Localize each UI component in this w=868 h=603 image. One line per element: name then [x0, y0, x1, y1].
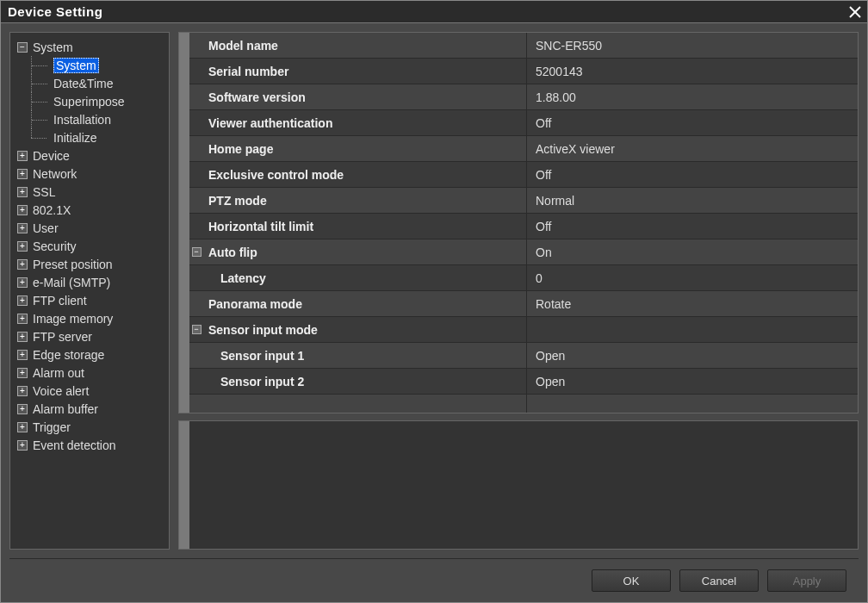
tree-label: System [33, 40, 73, 54]
tree-node-device[interactable]: +Device [10, 146, 169, 165]
tree-child-installation[interactable]: Installation [10, 110, 169, 128]
tree-node-e-mail-smtp-[interactable]: +e-Mail (SMTP) [10, 273, 169, 291]
expand-icon[interactable]: + [17, 332, 28, 342]
property-label: Latency [203, 265, 527, 290]
expand-icon[interactable]: + [17, 223, 28, 233]
scrollbar[interactable] [179, 33, 189, 413]
tree-label: Superimpose [53, 95, 125, 109]
property-label: Panorama mode [203, 291, 527, 316]
property-label: Exclusive control mode [203, 162, 527, 187]
property-label: Auto flip [203, 239, 527, 264]
property-value: 1.88.00 [527, 90, 858, 104]
property-row[interactable]: Viewer authenticationOff [189, 110, 858, 136]
tree-label: Event detection [33, 438, 116, 452]
property-row[interactable]: Home pageActiveX viewer [189, 136, 858, 162]
property-value: Off [527, 116, 858, 130]
property-row[interactable]: Sensor input 2Open [189, 369, 858, 395]
property-row[interactable]: −Sensor input mode [189, 317, 858, 343]
tree-node-preset-position[interactable]: +Preset position [10, 255, 169, 273]
tree-connector-icon [31, 74, 50, 92]
collapse-icon: − [192, 247, 202, 257]
tree-label: Edge storage [33, 348, 104, 362]
tree-node-trigger[interactable]: +Trigger [10, 418, 169, 436]
expand-icon[interactable]: + [17, 386, 28, 396]
property-label: Home page [203, 136, 527, 161]
tree-label: System [53, 58, 99, 73]
property-row[interactable]: Exclusive control modeOff [189, 162, 858, 188]
collapse-icon[interactable]: − [17, 42, 28, 53]
tree-child-date-time[interactable]: Date&Time [10, 74, 169, 92]
property-row[interactable]: Panorama modeRotate [189, 291, 858, 317]
tree-child-superimpose[interactable]: Superimpose [10, 92, 169, 110]
property-row[interactable]: Model nameSNC-ER550 [189, 33, 858, 59]
property-value: On [527, 246, 858, 259]
expand-icon[interactable]: + [17, 205, 28, 215]
expand-icon[interactable]: + [17, 404, 28, 414]
properties-panel: Model nameSNC-ER550Serial number5200143S… [178, 32, 859, 413]
tree-node-alarm-buffer[interactable]: +Alarm buffer [10, 400, 169, 418]
tree-node-alarm-out[interactable]: +Alarm out [10, 364, 169, 382]
tree-node-802-1x[interactable]: +802.1X [10, 201, 169, 219]
tree-label: FTP server [33, 330, 92, 344]
tree-node-voice-alert[interactable]: +Voice alert [10, 382, 169, 400]
tree-label: Alarm out [33, 366, 84, 380]
apply-button[interactable]: Apply [767, 569, 846, 592]
property-value: Open [527, 375, 858, 389]
property-row[interactable]: PTZ modeNormal [189, 188, 858, 214]
tree-label: e-Mail (SMTP) [33, 276, 110, 289]
tree-node-edge-storage[interactable]: +Edge storage [10, 345, 169, 364]
expand-icon[interactable]: + [17, 241, 28, 252]
property-row[interactable] [189, 395, 858, 413]
scrollbar[interactable] [179, 421, 189, 549]
tree-node-system[interactable]: −System [10, 38, 169, 56]
tree-child-system[interactable]: System [10, 56, 169, 74]
close-button[interactable] [846, 3, 864, 21]
expand-icon[interactable]: + [17, 350, 28, 360]
tree-label: Network [33, 167, 77, 181]
tree-label: User [33, 221, 59, 235]
expand-icon[interactable]: + [17, 187, 28, 197]
settings-tree[interactable]: −SystemSystemDate&TimeSuperimposeInstall… [9, 32, 170, 550]
tree-node-ftp-server[interactable]: +FTP server [10, 327, 169, 345]
tree-node-image-memory[interactable]: +Image memory [10, 309, 169, 327]
expand-icon[interactable]: + [17, 440, 28, 451]
tree-label: Voice alert [33, 384, 89, 398]
property-row[interactable]: Horizontal tilt limitOff [189, 214, 858, 239]
property-toggle[interactable]: − [189, 247, 203, 257]
property-row[interactable]: Serial number5200143 [189, 59, 858, 84]
expand-icon[interactable]: + [17, 295, 28, 306]
tree-node-ftp-client[interactable]: +FTP client [10, 291, 169, 309]
property-label: Software version [203, 84, 527, 109]
tree-node-security[interactable]: +Security [10, 237, 169, 255]
tree-label: Alarm buffer [33, 402, 98, 416]
property-row[interactable]: Software version1.88.00 [189, 84, 858, 110]
ok-button[interactable]: OK [592, 569, 671, 592]
tree-node-user[interactable]: +User [10, 219, 169, 237]
property-value: 0 [527, 271, 858, 285]
property-toggle[interactable]: − [189, 325, 203, 334]
expand-icon[interactable]: + [17, 368, 28, 378]
property-label [203, 395, 527, 413]
expand-icon[interactable]: + [17, 314, 28, 324]
property-row[interactable]: Sensor input 1Open [189, 343, 858, 369]
tree-node-network[interactable]: +Network [10, 165, 169, 183]
property-row[interactable]: −Auto flipOn [189, 239, 858, 265]
expand-icon[interactable]: + [17, 277, 28, 288]
property-label: PTZ mode [203, 188, 527, 213]
properties-table: Model nameSNC-ER550Serial number5200143S… [189, 33, 858, 413]
cancel-button[interactable]: Cancel [679, 569, 759, 592]
property-label: Serial number [203, 59, 527, 84]
tree-label: Image memory [33, 312, 113, 326]
expand-icon[interactable]: + [17, 151, 28, 161]
tree-connector-icon [31, 128, 50, 146]
property-value: Off [527, 220, 858, 233]
tree-child-initialize[interactable]: Initialize [10, 128, 169, 146]
tree-node-ssl[interactable]: +SSL [10, 183, 169, 201]
expand-icon[interactable]: + [17, 422, 28, 432]
expand-icon[interactable]: + [17, 169, 28, 179]
expand-icon[interactable]: + [17, 259, 28, 270]
panels: −SystemSystemDate&TimeSuperimposeInstall… [9, 32, 859, 550]
property-row[interactable]: Latency0 [189, 265, 858, 291]
tree-node-event-detection[interactable]: +Event detection [10, 436, 169, 454]
property-label: Sensor input mode [203, 317, 527, 342]
